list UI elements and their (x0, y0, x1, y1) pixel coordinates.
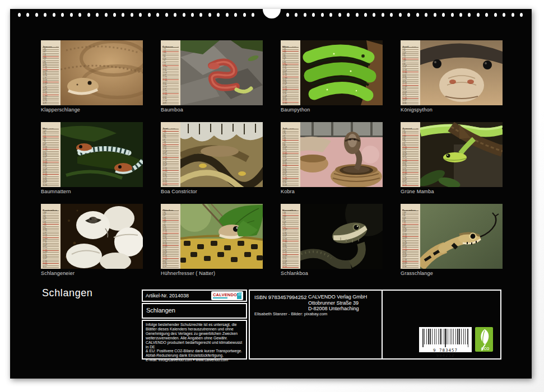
binding-hole (304, 13, 306, 17)
binding-hole (321, 13, 324, 17)
barcode-digits: 9 783457 994252 (422, 348, 468, 358)
month-label: August (402, 128, 412, 129)
photo-baumboa (180, 40, 263, 105)
day-row: 30 Mo (162, 184, 179, 186)
month-tile-huehnerfresser: Oktober20251 Mi2 Do3 Fr4 Sa5 So6 Mo7 Di8… (161, 204, 263, 277)
calendar-strip: August20251 Fr2 Sa3 So4 Mo5 Di6 Mi7 Do8 … (401, 122, 420, 187)
month-label: September (43, 209, 57, 211)
binding-hole (183, 13, 185, 17)
photo-huehnerfresser (180, 204, 263, 269)
month-label: Mai (43, 128, 47, 129)
month-caption: Boa Constrictor (161, 189, 263, 195)
month-label: Juli (282, 128, 287, 129)
calendar-strip: April20251 Di2 Mi3 Do4 Fr5 Sa6 So7 Mo8 D… (401, 40, 420, 105)
photo-baumpython (300, 40, 383, 105)
day-row: 30 So (282, 266, 299, 268)
day-row: 28 Fr (162, 102, 179, 105)
month-label: April (402, 46, 409, 48)
photo-eier (61, 204, 143, 269)
binding-hole (61, 13, 64, 17)
binding-hole (407, 13, 410, 17)
author-credit: Elisabeth Stanzer - Bilder: pixabay.com (254, 311, 327, 316)
day-row: 30 Di (43, 266, 59, 268)
binding-hole (217, 13, 220, 17)
binding-hole (364, 13, 367, 17)
binding-hole (399, 13, 402, 17)
photo-grasschlange (420, 204, 503, 269)
calendar-strip: Dezember20251 Mo2 Di3 Mi4 Do5 Fr6 Sa7 So… (401, 204, 420, 269)
month-year: 2025 (49, 128, 54, 129)
month-tile-kobra: Juli20251 Di2 Mi3 Do4 Fr5 Sa6 So7 Mo8 Di… (281, 122, 383, 195)
day-row: 30 Mi (402, 102, 419, 104)
binding-hole (156, 13, 159, 17)
eco-logo: eco (475, 327, 493, 352)
info-panel: Artikel-Nr. 2014038 CALVENDO Schlangen I… (142, 290, 501, 360)
binding-hole (382, 13, 384, 17)
calendar-strip: Januar20251 Mi2 Do3 Fr4 Sa5 So6 Mo7 Di8 … (41, 40, 61, 105)
artikel-nr: Artikel-Nr. 2014038 (146, 293, 189, 298)
binding-hole (338, 13, 341, 17)
day-row: 31 Do (282, 184, 299, 186)
month-caption: Königspython (401, 107, 503, 113)
product-title-box: Schlangen (142, 303, 247, 319)
month-tile-klapperschlange: Januar20251 Mi2 Do3 Fr4 Sa5 So6 Mo7 Di8 … (41, 40, 143, 113)
month-year: 2025 (178, 46, 179, 48)
calvendo-logo-tagline (213, 297, 227, 298)
binding-hole (226, 13, 229, 17)
month-tile-koenigspython: April20251 Di2 Mi3 Do4 Fr5 Sa6 So7 Mo8 D… (401, 40, 503, 113)
month-tile-baumpython: März20251 Sa2 So3 Mo4 Di5 Mi6 Do7 Fr8 Sa… (281, 40, 383, 113)
publisher-box: ISBN 9783457994252 CALVENDO Verlag GmbH … (249, 290, 383, 360)
binding-hole (243, 13, 246, 17)
binding-hole (252, 13, 254, 17)
month-tile-eier: September20251 Mo2 Di3 Mi4 Do5 Fr6 Sa7 S… (41, 204, 143, 277)
barcode-bars (422, 329, 468, 344)
binding-hole (139, 13, 142, 17)
binding-hole (477, 13, 480, 17)
day-row: 31 Fr (43, 102, 59, 104)
month-year: 2025 (416, 128, 419, 129)
binding-hole (286, 13, 289, 17)
month-caption: Hühnerfresser ( Natter) (161, 270, 263, 277)
isbn-text: ISBN 9783457994252 (254, 294, 307, 300)
binding-hole (442, 13, 445, 17)
month-caption: Baumpython (281, 107, 383, 113)
binding-hole (503, 13, 505, 17)
eco-leaf-icon: eco (475, 327, 493, 352)
binding-hole (356, 13, 359, 17)
product-title: Schlangen (146, 307, 175, 314)
binding-hole (53, 13, 55, 17)
month-tile-mamba: August20251 Fr2 Sa3 So4 Mo5 Di6 Mi7 Do8 … (401, 122, 503, 195)
binding-hole (512, 13, 514, 17)
calendar-strip: Februar20251 Sa2 So3 Mo4 Di5 Mi6 Do7 Fr8… (161, 40, 180, 105)
month-caption: Schlankboa (281, 270, 383, 277)
calendar-strip: März20251 Sa2 So3 Mo4 Di5 Mi6 Do7 Fr8 Sa… (281, 40, 300, 105)
month-caption: Grüne Mamba (401, 189, 503, 195)
month-label: Februar (162, 46, 173, 48)
binding-hole (105, 13, 108, 17)
day-row: 31 Mi (402, 266, 419, 268)
legal-text-line: E-Mail: info@calvendo.com • www.calvendo… (146, 358, 243, 362)
month-year: 2025 (171, 128, 175, 129)
binding-hole (312, 13, 315, 17)
month-year: 2025 (412, 46, 416, 48)
binding-hole (96, 13, 99, 17)
calvendo-calendar-icon (237, 293, 241, 299)
month-caption: Baumboa (161, 107, 263, 113)
binding-hole (78, 13, 81, 17)
publisher-address: CALVENDO Verlag GmbH Ottobrunner Straße … (308, 294, 367, 312)
calendar-strip: Juni20251 So2 Mo3 Di4 Mi5 Do6 Fr7 Sa8 So… (161, 122, 180, 187)
photo-kobra (300, 122, 383, 187)
legal-text-line: & EU: Positivere CO2-Bilanz dank kurzer … (146, 349, 243, 353)
barcode-box: 9 783457 994252 eco (382, 290, 501, 360)
month-caption: Kobra (281, 189, 383, 195)
month-label: November (282, 209, 296, 211)
month-label: Oktober (162, 209, 173, 211)
binding-hole (390, 13, 393, 17)
binding-hole (113, 13, 116, 17)
photo-baumnattern (61, 122, 143, 187)
binding-hole (373, 13, 375, 17)
binding-hole (468, 13, 471, 17)
photo-mamba (420, 122, 503, 187)
month-grid: Januar20251 Mi2 Do3 Fr4 Sa5 So6 Mo7 Di8 … (41, 40, 503, 277)
binding-hole (35, 13, 38, 17)
